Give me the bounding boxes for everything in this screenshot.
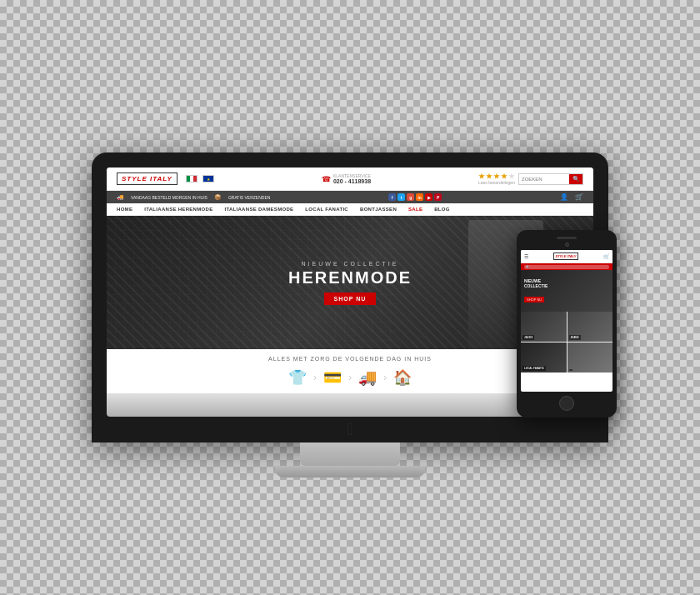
phone-icon: ☎ — [322, 175, 331, 183]
nav-sale[interactable]: SALE — [408, 207, 422, 212]
payment-icon: 💳 — [323, 368, 342, 387]
star-3 — [493, 173, 500, 180]
social-icons: f t g in ▶ P — [388, 193, 442, 201]
phone-grid-item-jacks[interactable]: JACKS — [521, 312, 567, 342]
nav-bar: HOME ITALIAANSE HERENMODE ITALIAANSE DAM… — [107, 203, 593, 216]
hero-cta-button[interactable]: SHOP NU — [324, 292, 377, 305]
logo-text-style: STYLE — [122, 175, 148, 182]
phone-grid-label-jeans: JEANS — [569, 335, 581, 340]
phone-grid-label-jacks: JACKS — [522, 335, 534, 340]
phone-grid-item-extra[interactable] — [568, 342, 613, 372]
phone-hero-text: NIEUWECOLLECTIE — [524, 278, 548, 289]
phone-home-button[interactable] — [559, 396, 574, 411]
apple-logo-icon:  — [347, 420, 352, 438]
phone-number: 020 - 4118938 — [333, 178, 371, 184]
phone-cart-icon[interactable]: 🛒 — [603, 253, 609, 259]
phone-grid-item-jeans[interactable]: JEANS — [568, 312, 613, 342]
monitor-stand-neck — [300, 442, 400, 466]
pinterest-icon[interactable]: P — [434, 193, 442, 201]
phone-nav: ☰ STYLE ITALY 🛒 — [521, 250, 612, 263]
shipping-steps: 👕 › 💳 › 🚚 › 🏠 — [117, 368, 583, 387]
phone-speaker — [557, 237, 577, 239]
delivery-text: VANDAAG BESTELD MORGEN IN HUIS — [131, 195, 208, 200]
phone-search-input[interactable]: 🔍 — [524, 265, 609, 269]
twitter-icon[interactable]: t — [398, 193, 405, 201]
nav-bontjassen[interactable]: BONTJASSEN — [360, 207, 397, 212]
nav-herenmode[interactable]: ITALIAANSE HERENMODE — [144, 207, 212, 212]
phone-search-bar: 🔍 — [521, 263, 612, 270]
shipping-text: GRATIS VERZENDEN — [228, 195, 270, 200]
star-5 — [508, 173, 515, 180]
house-icon: 🏠 — [393, 368, 412, 387]
phone-hero-banner: NIEUWECOLLECTIE SHOP NU — [521, 270, 612, 312]
nav-home[interactable]: HOME — [117, 207, 132, 212]
hero-subtitle: NIEUWE COLLECTIE — [288, 261, 412, 267]
phone-screen: ☰ STYLE ITALY 🛒 🔍 NIEUWECOLLECTIE — [521, 250, 612, 392]
flag-icon — [186, 175, 198, 182]
google-plus-icon[interactable]: g — [407, 193, 414, 201]
phone-hero-cta[interactable]: SHOP NU — [524, 297, 544, 302]
star-1 — [478, 173, 485, 180]
phone-logo-style: STYLE — [556, 254, 567, 258]
site-logo[interactable]: STYLE ITALY — [117, 172, 178, 185]
promo-right: 👤 🛒 — [560, 193, 583, 201]
promo-left: 🚚 VANDAAG BESTELD MORGEN IN HUIS 📦 GRATI… — [117, 194, 270, 201]
phone-grid-item-local[interactable]: LOCAL FANATIC — [521, 342, 567, 372]
delivery-truck-icon: 🚚 — [358, 368, 377, 387]
nav-blog[interactable]: BLOG — [434, 207, 450, 212]
shirt-icon: 👕 — [288, 368, 307, 387]
smartphone: ☰ STYLE ITALY 🛒 🔍 NIEUWECOLLECTIE — [517, 230, 617, 418]
arrow-3: › — [383, 372, 387, 383]
nav-local-fanatic[interactable]: LOCAL FANATIC — [305, 207, 348, 212]
promo-bar: 🚚 VANDAAG BESTELD MORGEN IN HUIS 📦 GRATI… — [107, 191, 593, 203]
header-contact: ☎ KLANTENSERVICE 020 - 4118938 — [322, 173, 371, 184]
phone-camera — [565, 242, 569, 247]
hero-title: HERENMODE — [288, 268, 412, 288]
search-input[interactable] — [519, 174, 569, 184]
eu-flag-icon: ★ — [202, 175, 214, 182]
header-right: Lees beoordelingen 🔍 — [478, 173, 583, 185]
truck-icon: 🚚 — [117, 194, 124, 201]
instagram-icon[interactable]: in — [416, 193, 423, 201]
arrow-2: › — [348, 372, 352, 383]
gift-icon: 📦 — [214, 194, 222, 201]
facebook-icon[interactable]: f — [388, 193, 396, 201]
logo-text-italy: ITALY — [150, 175, 172, 182]
star-4 — [501, 173, 508, 180]
phone-menu-icon[interactable]: ☰ — [524, 253, 528, 259]
phone-logo[interactable]: STYLE ITALY — [553, 252, 579, 260]
apple-logo-area:  — [107, 417, 593, 442]
search-box[interactable]: 🔍 — [518, 173, 583, 185]
monitor-stand — [275, 442, 425, 478]
rating-stars — [478, 173, 515, 180]
user-icon[interactable]: 👤 — [560, 193, 568, 201]
shipping-title: ALLES MET ZORG DE VOLGENDE DAG IN HUIS — [117, 356, 583, 362]
phone-product-grid: JACKS JEANS LOCAL FANATIC — [521, 312, 612, 372]
star-2 — [486, 173, 492, 180]
youtube-icon[interactable]: ▶ — [425, 193, 432, 201]
cart-icon[interactable]: 🛒 — [575, 193, 583, 201]
phone-grid-label-local: LOCAL FANATIC — [522, 366, 546, 371]
phone-logo-italy: ITALY — [568, 254, 577, 258]
nav-damesmode[interactable]: ITALIAANSE DAMESMODE — [224, 207, 293, 212]
rating-label: Lees beoordelingen — [478, 180, 515, 185]
site-header: STYLE ITALY ★ ☎ KLANTENSERVICE — [107, 168, 593, 191]
monitor-wrapper: STYLE ITALY ★ ☎ KLANTENSERVICE — [92, 152, 608, 442]
hero-content: NIEUWE COLLECTIE HERENMODE SHOP NU — [288, 261, 412, 305]
monitor-stand-base — [275, 466, 425, 478]
phone-grid-label-extra — [569, 369, 572, 371]
phone-search-icon: 🔍 — [526, 265, 530, 269]
phone-camera-area — [521, 242, 612, 248]
search-button[interactable]: 🔍 — [569, 174, 582, 184]
arrow-1: › — [313, 372, 317, 383]
